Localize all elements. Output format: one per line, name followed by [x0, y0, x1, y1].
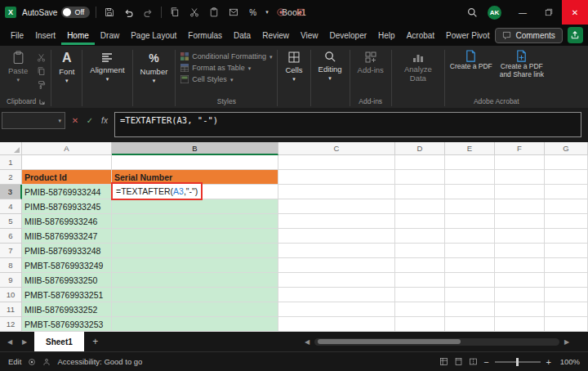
cell-A4[interactable]: PIMB-58769933245 — [22, 199, 112, 214]
cell-C11[interactable] — [278, 302, 395, 317]
cell-F9[interactable] — [495, 273, 545, 288]
insert-function-icon[interactable]: fx — [98, 116, 111, 125]
cell-G4[interactable] — [545, 199, 588, 214]
cell-C7[interactable] — [278, 244, 395, 258]
row-header-3[interactable]: 3 — [0, 185, 22, 199]
cell-F8[interactable] — [495, 258, 545, 273]
row-header-1[interactable]: 1 — [0, 155, 22, 170]
cell-C5[interactable] — [278, 214, 395, 229]
column-header-F[interactable]: F — [495, 142, 545, 155]
formula-input[interactable]: =TEXTAFTER(A3, "-") — [114, 112, 581, 137]
normal-view-icon[interactable] — [439, 357, 448, 366]
accessibility-icon[interactable] — [42, 358, 51, 366]
cell-C2[interactable] — [278, 170, 395, 185]
cell-F5[interactable] — [495, 214, 545, 229]
cell-E10[interactable] — [445, 288, 495, 302]
cell-G5[interactable] — [545, 214, 588, 229]
tab-file[interactable]: File — [5, 26, 29, 45]
cell-E3[interactable] — [445, 185, 495, 199]
undo-icon[interactable] — [122, 6, 136, 20]
zoom-slider[interactable] — [495, 361, 541, 363]
cell-B12[interactable] — [112, 317, 278, 332]
tab-developer[interactable]: Developer — [323, 26, 372, 45]
analyze-data-button[interactable]: Analyze Data — [395, 48, 441, 86]
cell-B11[interactable] — [112, 302, 278, 317]
cell-D9[interactable] — [395, 273, 445, 288]
cell-C4[interactable] — [278, 199, 395, 214]
cell-A8[interactable]: PMBT-58769933249 — [22, 258, 112, 273]
percent-icon[interactable]: % — [246, 6, 260, 20]
zoom-level[interactable]: 100% — [557, 357, 580, 366]
cell-F11[interactable] — [495, 302, 545, 317]
cut-icon[interactable] — [34, 51, 47, 63]
tab-view[interactable]: View — [295, 26, 324, 45]
search-icon[interactable] — [466, 6, 479, 20]
clipboard-icon[interactable] — [207, 6, 220, 20]
user-avatar[interactable]: AK — [488, 6, 501, 20]
cut-icon[interactable] — [187, 6, 201, 20]
cell-F10[interactable] — [495, 288, 545, 302]
cell-A1[interactable] — [22, 155, 112, 170]
column-header-D[interactable]: D — [395, 142, 445, 155]
cell-G1[interactable] — [545, 155, 588, 170]
format-painter-icon[interactable] — [34, 79, 47, 91]
cell-G10[interactable] — [545, 288, 588, 302]
conditional-formatting-button[interactable]: Conditional Formatting ▾ — [179, 51, 274, 61]
zoom-out-button[interactable]: − — [483, 357, 488, 367]
number-button[interactable]: % Number ▾ — [136, 48, 172, 86]
row-header-10[interactable]: 10 — [0, 288, 22, 302]
cell-G2[interactable] — [545, 170, 588, 185]
addins-button[interactable]: Add-ins — [354, 48, 388, 77]
cell-A2[interactable]: Product Id — [22, 170, 112, 185]
cell-B3[interactable]: =TEXTAFTER(A3,"-") — [112, 185, 278, 199]
paste-button[interactable]: Paste ▾ — [4, 48, 32, 85]
redo-icon[interactable] — [141, 6, 155, 20]
copy-icon[interactable] — [167, 6, 181, 20]
name-box[interactable]: ▾ — [2, 112, 65, 129]
row-header-2[interactable]: 2 — [0, 170, 22, 185]
page-break-view-icon[interactable] — [469, 357, 478, 366]
tab-power-pivot[interactable]: Power Pivot — [440, 26, 495, 45]
zoom-in-button[interactable]: + — [546, 357, 551, 367]
cell-E5[interactable] — [445, 214, 495, 229]
stop-recording-icon[interactable] — [294, 6, 308, 20]
cell-D2[interactable] — [395, 170, 445, 185]
cell-B5[interactable] — [112, 214, 278, 229]
cell-B7[interactable] — [112, 244, 278, 258]
cell-E7[interactable] — [445, 244, 495, 258]
row-header-9[interactable]: 9 — [0, 273, 22, 288]
cell-E8[interactable] — [445, 258, 495, 273]
cell-styles-button[interactable]: Cell Styles ▾ — [179, 74, 274, 84]
create-pdf-share-link-button[interactable]: Create a PDF and Share link — [499, 50, 545, 79]
cell-B1[interactable] — [112, 155, 278, 170]
cell-F4[interactable] — [495, 199, 545, 214]
cell-E11[interactable] — [445, 302, 495, 317]
tab-data[interactable]: Data — [228, 26, 256, 45]
cell-D4[interactable] — [395, 199, 445, 214]
row-header-11[interactable]: 11 — [0, 302, 22, 317]
column-header-B[interactable]: B — [112, 142, 278, 155]
cell-E4[interactable] — [445, 199, 495, 214]
cell-D10[interactable] — [395, 288, 445, 302]
cell-D7[interactable] — [395, 244, 445, 258]
tab-page-layout[interactable]: Page Layout — [125, 26, 182, 45]
font-button[interactable]: A Font ▾ — [55, 48, 78, 86]
cell-C3[interactable] — [278, 185, 395, 199]
cell-C1[interactable] — [278, 155, 395, 170]
comments-button[interactable]: Comments — [495, 28, 562, 43]
cell-F6[interactable] — [495, 229, 545, 244]
tab-acrobat[interactable]: Acrobat — [401, 26, 440, 45]
row-header-4[interactable]: 4 — [0, 199, 22, 214]
cell-G8[interactable] — [545, 258, 588, 273]
enter-icon[interactable]: ✓ — [83, 116, 96, 125]
horizontal-scrollbar[interactable]: ◀ ▶ — [302, 338, 572, 346]
minimize-button[interactable]: — — [510, 0, 536, 25]
tab-formulas[interactable]: Formulas — [182, 26, 228, 45]
page-layout-view-icon[interactable] — [454, 357, 463, 366]
cell-D5[interactable] — [395, 214, 445, 229]
restore-button[interactable] — [536, 0, 562, 25]
row-header-7[interactable]: 7 — [0, 244, 22, 258]
row-header-6[interactable]: 6 — [0, 229, 22, 244]
cell-F2[interactable] — [495, 170, 545, 185]
column-header-E[interactable]: E — [445, 142, 495, 155]
